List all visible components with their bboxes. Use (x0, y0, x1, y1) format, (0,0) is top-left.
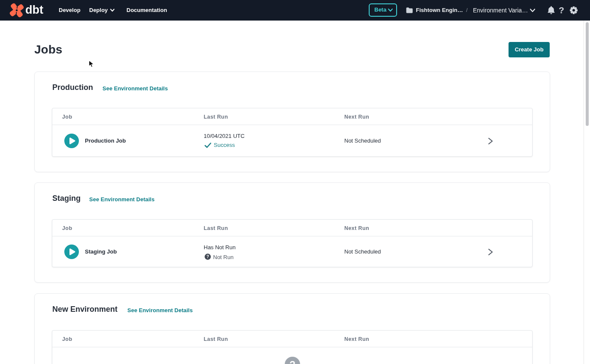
svg-text:?: ? (289, 359, 295, 364)
svg-text:?: ? (206, 254, 209, 259)
